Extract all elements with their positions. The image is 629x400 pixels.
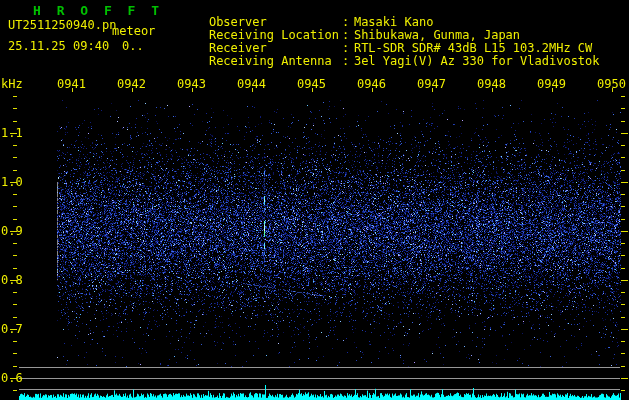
time-tick-label: 0949 — [537, 78, 566, 91]
freq-tick-label: 0.7 — [1, 323, 23, 336]
freq-tick-label: 0.9 — [1, 225, 23, 238]
time-tick-label: 0946 — [357, 78, 386, 91]
time-tick-label: 0950 — [597, 78, 626, 91]
time-tick-label: 0948 — [477, 78, 506, 91]
time-tick-label: 0947 — [417, 78, 446, 91]
info-value: 3el Yagi(V) Az 330 for Vladivostok — [354, 54, 600, 68]
freq-tick-label: 0.6 — [1, 372, 23, 385]
freq-tick-label: 0.8 — [1, 274, 23, 287]
hrofft-window: H R O F F T UT2511250940.pn meteor 25.11… — [0, 0, 629, 400]
status-counter: 0.. — [122, 40, 144, 53]
time-tick-label: 0943 — [177, 78, 206, 91]
observation-name: meteor — [112, 25, 155, 38]
info-row-antenna: Receiving Antenna:3el Yagi(V) Az 330 for… — [180, 42, 600, 81]
freq-tick-label: 1.0 — [1, 176, 23, 189]
time-tick-label: 0941 — [57, 78, 86, 91]
time-tick-label: 0944 — [237, 78, 266, 91]
time-tick-label: 0942 — [117, 78, 146, 91]
info-colon: : — [342, 55, 354, 68]
capture-filename: UT2511250940.pn — [8, 19, 116, 32]
freq-axis-unit: kHz — [1, 78, 23, 91]
time-tick-label: 0945 — [297, 78, 326, 91]
app-title: H R O F F T — [33, 4, 163, 17]
capture-datetime: 25.11.25 09:40 — [8, 40, 109, 53]
info-label: Receiving Antenna — [209, 55, 342, 68]
freq-tick-label: 1.1 — [1, 127, 23, 140]
